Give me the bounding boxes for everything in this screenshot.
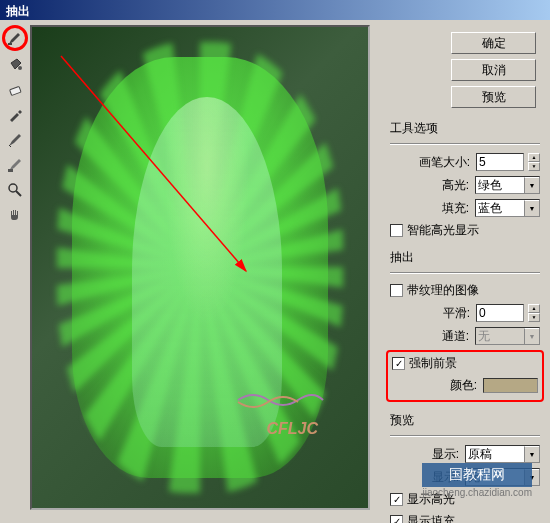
chevron-down-icon: ▼ — [524, 328, 539, 344]
show1-dropdown[interactable]: 原稿 ▼ — [465, 445, 540, 463]
preview-canvas[interactable]: CFLJC — [30, 25, 370, 510]
chevron-down-icon: ▼ — [524, 446, 539, 462]
preview-section-header: 预览 — [390, 412, 540, 429]
hand-tool[interactable] — [4, 204, 26, 226]
force-foreground-checkbox[interactable]: ✓ — [392, 357, 405, 370]
force-foreground-label: 强制前景 — [409, 355, 457, 372]
highlight-dropdown[interactable]: 绿色 ▼ — [475, 176, 540, 194]
ok-button[interactable]: 确定 — [451, 32, 536, 54]
svg-rect-0 — [8, 43, 12, 45]
cancel-button[interactable]: 取消 — [451, 59, 536, 81]
svg-line-5 — [16, 191, 21, 196]
svg-point-1 — [18, 66, 22, 70]
show-fill-label: 显示填充 — [407, 513, 455, 523]
toolbar — [0, 20, 30, 523]
channel-label: 通道: — [442, 328, 469, 345]
fill-tool[interactable] — [4, 54, 26, 76]
zoom-tool[interactable] — [4, 179, 26, 201]
watermark-decoration — [228, 388, 328, 413]
dialog-title: 抽出 — [6, 4, 30, 18]
corner-watermark-line2: jiaocheng.chazidian.com — [422, 487, 532, 498]
highlight-value: 绿色 — [478, 177, 502, 194]
show-fill-checkbox[interactable]: ✓ — [390, 515, 403, 523]
show-highlight-checkbox[interactable]: ✓ — [390, 493, 403, 506]
fill-dropdown[interactable]: 蓝色 ▼ — [475, 199, 540, 217]
svg-point-4 — [9, 184, 17, 192]
textured-label: 带纹理的图像 — [407, 282, 479, 299]
smart-highlight-label: 智能高光显示 — [407, 222, 479, 239]
cleanup-tool[interactable] — [4, 129, 26, 151]
preview-button[interactable]: 预览 — [451, 86, 536, 108]
svg-rect-3 — [8, 169, 13, 172]
canvas-image — [32, 27, 368, 508]
brush-size-spinner[interactable]: ▲▼ — [528, 153, 540, 171]
fill-value: 蓝色 — [478, 200, 502, 217]
brush-size-label: 画笔大小: — [419, 154, 470, 171]
show1-value: 原稿 — [468, 446, 492, 463]
corner-watermark: 国教程网 jiaocheng.chazidian.com — [422, 463, 532, 498]
smart-highlight-checkbox[interactable] — [390, 224, 403, 237]
corner-watermark-line1: 国教程网 — [422, 463, 532, 487]
svg-rect-2 — [10, 86, 21, 95]
channel-dropdown: 无 ▼ — [475, 327, 540, 345]
tool-options-header: 工具选项 — [390, 120, 540, 137]
chevron-down-icon: ▼ — [524, 200, 539, 216]
eraser-tool[interactable] — [4, 79, 26, 101]
fill-label: 填充: — [442, 200, 469, 217]
highlighter-tool[interactable] — [2, 25, 28, 51]
smooth-spinner[interactable]: ▲▼ — [528, 304, 540, 322]
smooth-label: 平滑: — [443, 305, 470, 322]
color-swatch[interactable] — [483, 378, 538, 393]
eyedropper-tool[interactable] — [4, 104, 26, 126]
extract-header: 抽出 — [390, 249, 540, 266]
force-foreground-highlight: ✓ 强制前景 颜色: — [386, 350, 544, 402]
dialog-titlebar: 抽出 — [0, 0, 550, 20]
chevron-down-icon: ▼ — [524, 177, 539, 193]
show1-label: 显示: — [432, 446, 459, 463]
channel-value: 无 — [478, 328, 490, 345]
brush-size-input[interactable] — [476, 153, 524, 171]
smooth-input[interactable] — [476, 304, 524, 322]
textured-checkbox[interactable] — [390, 284, 403, 297]
highlight-label: 高光: — [442, 177, 469, 194]
color-label: 颜色: — [450, 377, 477, 394]
edge-touchup-tool[interactable] — [4, 154, 26, 176]
